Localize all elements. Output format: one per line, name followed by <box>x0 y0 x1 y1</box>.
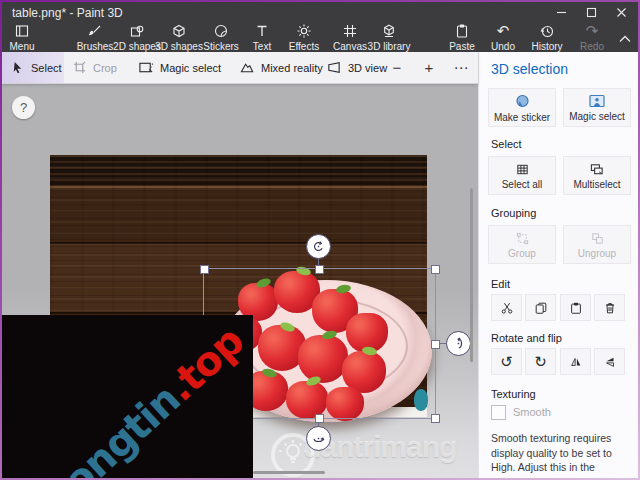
paste-icon <box>569 301 583 315</box>
paint3d-window: table.png* - Paint 3D Menu Brushes 2D sh… <box>2 2 638 478</box>
canvas-workspace: ? <box>2 83 478 478</box>
button-label: Magic select <box>569 111 625 122</box>
tool-label: Mixed reality <box>261 62 323 74</box>
ungroup-button: Ungroup <box>563 225 631 264</box>
brush-icon <box>87 23 103 39</box>
smooth-checkbox[interactable] <box>491 405 506 420</box>
tool-mixed-reality[interactable]: Mixed reality <box>239 52 323 83</box>
paste-button[interactable] <box>560 294 591 321</box>
flip-vertical-button[interactable] <box>594 348 625 375</box>
rotate-right-button[interactable]: ↻ <box>525 348 556 375</box>
tool-label: Crop <box>93 62 117 74</box>
vertical-scrollbar[interactable] <box>470 188 473 362</box>
tool-3d-view[interactable]: 3D view <box>326 52 387 83</box>
ribbon-item-label: Text <box>253 41 271 52</box>
paste-icon <box>454 23 470 39</box>
help-button[interactable]: ? <box>12 96 35 119</box>
menu-icon <box>14 23 30 39</box>
window-controls <box>546 2 636 22</box>
2d-shapes-icon <box>129 23 145 39</box>
ribbon-item-label: Menu <box>9 41 34 52</box>
selection-handle-bottom-center[interactable] <box>315 414 324 423</box>
selection-handle-top-left[interactable] <box>200 265 209 274</box>
close-button[interactable] <box>606 2 636 22</box>
mixed-reality-icon <box>239 60 255 75</box>
panel-title: 3D selection <box>491 61 568 77</box>
window-title: table.png* - Paint 3D <box>12 6 123 20</box>
ribbon-item-label: History <box>531 41 562 52</box>
cursor-arrow-icon <box>10 60 25 75</box>
section-label-texturing: Texturing <box>491 388 536 400</box>
rotate-x-handle[interactable] <box>306 426 331 451</box>
maximize-button[interactable] <box>576 2 606 22</box>
button-label: Group <box>508 248 536 259</box>
canvas-icon <box>342 23 358 39</box>
selection-handle-top-right[interactable] <box>431 265 440 274</box>
texturing-note: Smooth texturing requires display qualit… <box>491 431 629 478</box>
cut-icon <box>500 301 514 315</box>
cut-button[interactable] <box>491 294 522 321</box>
smooth-checkbox-label: Smooth <box>513 406 551 418</box>
magic-select-icon <box>138 60 154 75</box>
ribbon-item-label: Paste <box>449 41 475 52</box>
tool-crop: Crop <box>72 52 117 83</box>
3d-view-icon <box>326 60 342 75</box>
collapse-ribbon-chevron-up-icon[interactable] <box>618 34 632 43</box>
undo-icon: ↶ <box>497 23 510 39</box>
rotate-left-icon: ↺ <box>500 353 513 371</box>
tool-select[interactable]: Select <box>10 52 62 83</box>
copy-button[interactable] <box>525 294 556 321</box>
titlebar-ribbon: table.png* - Paint 3D Menu Brushes 2D sh… <box>2 2 638 52</box>
redo-icon: ↷ <box>586 23 599 39</box>
flip-horizontal-button[interactable] <box>560 348 591 375</box>
ungroup-icon <box>590 231 605 246</box>
button-label: Ungroup <box>578 248 616 259</box>
history-icon <box>539 23 555 39</box>
button-label: Make sticker <box>494 112 550 123</box>
make-sticker-button[interactable]: Make sticker <box>488 88 556 127</box>
section-label-select: Select <box>491 138 522 150</box>
stickers-icon <box>213 23 229 39</box>
select-all-button[interactable]: Select all <box>488 156 556 195</box>
tool-magic-select[interactable]: Magic select <box>138 52 221 83</box>
rotate-y-handle[interactable] <box>446 331 471 356</box>
delete-button[interactable] <box>594 294 625 321</box>
selection-handle-bottom-right[interactable] <box>431 414 440 423</box>
magic-select-panel-button[interactable]: Magic select <box>563 88 631 127</box>
rotate-right-icon: ↻ <box>534 353 547 371</box>
copy-icon <box>534 301 548 315</box>
group-icon <box>515 231 530 246</box>
button-label: Select all <box>502 179 543 190</box>
minimize-button[interactable] <box>546 2 576 22</box>
site-watermark-text: Truongtin.top <box>2 305 266 478</box>
rotate-left-button[interactable]: ↺ <box>491 348 522 375</box>
ribbon-item-label: Undo <box>491 41 515 52</box>
multiselect-button[interactable]: Multiselect <box>563 156 631 195</box>
ribbon-item-3d-library[interactable]: 3D library <box>359 23 419 52</box>
delete-icon <box>603 301 617 315</box>
ribbon-item-label: 3D library <box>368 41 411 52</box>
selection-handle-right-center[interactable] <box>431 340 440 349</box>
ribbon-item-redo: ↷ Redo <box>562 23 622 52</box>
rotate-z-handle[interactable] <box>306 234 331 259</box>
site-watermark-block: Truongtin.top <box>2 315 253 478</box>
effects-icon <box>296 23 312 39</box>
selection-handle-top-center[interactable] <box>315 265 324 274</box>
magic-select-icon <box>588 93 606 109</box>
zoom-out-button[interactable]: − <box>385 52 409 83</box>
multiselect-icon <box>589 162 605 177</box>
section-label-edit: Edit <box>491 278 510 290</box>
select-all-icon <box>515 162 530 177</box>
text-icon <box>254 23 270 39</box>
flip-horizontal-icon <box>569 355 583 369</box>
zoom-in-button[interactable]: + <box>417 52 441 83</box>
more-options-button[interactable]: ⋯ <box>449 52 473 83</box>
horizontal-scrollbar[interactable] <box>253 471 325 474</box>
ribbon-item-label: Effects <box>289 41 319 52</box>
ribbon-item-menu[interactable]: Menu <box>2 23 52 52</box>
screenshot-frame: table.png* - Paint 3D Menu Brushes 2D sh… <box>0 0 640 480</box>
3d-shapes-icon <box>171 23 187 39</box>
3d-selection-panel: 3D selection Make sticker Magic select S… <box>478 52 638 478</box>
ribbon-item-label: Redo <box>580 41 604 52</box>
tools-toolbar: Select Crop Magic select Mixed reality 3… <box>2 52 478 84</box>
